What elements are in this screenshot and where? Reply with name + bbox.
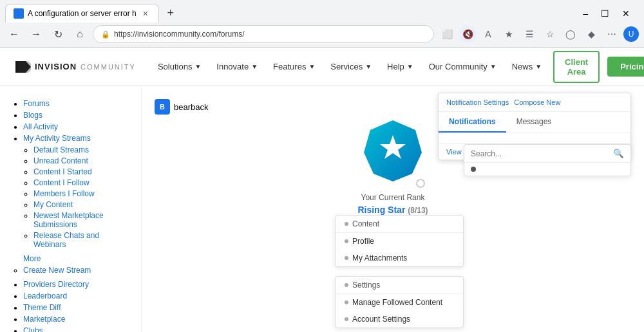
more-options-icon[interactable]: ⋯: [603, 25, 621, 43]
chevron-down-icon: ▼: [194, 63, 201, 70]
notification-settings-link[interactable]: Notification Settings: [446, 98, 509, 106]
panel-notification-content: [439, 133, 630, 143]
sidebar-subitem-default-streams[interactable]: Default Streams: [33, 145, 128, 154]
nav-services[interactable]: Services ▼: [324, 57, 378, 77]
chevron-down-icon: ▼: [407, 63, 413, 70]
settings-manage-followed[interactable]: Manage Followed Content: [336, 294, 463, 311]
badge-svg: [361, 117, 425, 188]
logo-sub: COMMUNITY: [80, 63, 136, 71]
chevron-down-icon: ▼: [535, 63, 542, 70]
sidebar-more-1[interactable]: More: [23, 254, 41, 263]
home-button[interactable]: ⌂: [71, 25, 89, 43]
sidebar-subitem-my-content[interactable]: My Content: [33, 200, 128, 209]
profile-icon[interactable]: ◯: [562, 25, 580, 43]
extensions-icon[interactable]: ◆: [582, 25, 600, 43]
rank-label: Your Current Rank: [361, 193, 425, 202]
sidebar-item-forums[interactable]: Forums: [23, 99, 128, 108]
sidebar-marketplace[interactable]: Marketplace: [23, 315, 128, 324]
sidebar-create-new-stream[interactable]: Create New Stream: [23, 266, 128, 275]
logo-brand: INVISION: [35, 62, 77, 71]
site-nav: INVISION COMMUNITY Solutions ▼ Innovate …: [0, 48, 644, 86]
tab-close-button[interactable]: ×: [140, 8, 151, 19]
search-filter-bar: [464, 162, 630, 176]
active-tab[interactable]: A configuration or server error h ×: [5, 4, 159, 23]
content-popup: Content Profile My Attachments: [335, 215, 464, 267]
sidebar-subitem-members-i-follow[interactable]: Members I Follow: [33, 189, 128, 198]
sidebar-item-my-activity-streams[interactable]: My Activity Streams Default Streams Unre…: [23, 134, 128, 249]
client-area-button[interactable]: Client Area: [553, 51, 600, 83]
url-bar[interactable]: 🔒 https://invisioncommunity.com/forums/: [93, 25, 434, 43]
chevron-down-icon: ▼: [251, 63, 258, 70]
lock-icon: 🔒: [101, 30, 110, 39]
sidebar-list: Forums Blogs All Activity My Activity St…: [13, 99, 128, 249]
nav-innovate[interactable]: Innovate ▼: [210, 57, 264, 77]
settings-account-settings[interactable]: Account Settings: [336, 311, 463, 327]
sidebar-subitem-content-i-started[interactable]: Content I Started: [33, 167, 128, 176]
badge-container: [361, 117, 425, 188]
sidebar-theme-diff[interactable]: Theme Diff: [23, 303, 128, 312]
bearback-username: bearback: [174, 102, 208, 112]
panel-tabs: Notifications Messages: [439, 112, 630, 133]
content-popup-attachments[interactable]: My Attachments: [336, 250, 463, 266]
tab-favicon: [14, 8, 24, 19]
center-content: B bearback: [142, 86, 644, 332]
tab-bar: A configuration or server error h × + – …: [0, 0, 644, 23]
nav-help[interactable]: Help ▼: [381, 57, 420, 77]
search-button[interactable]: 🔍: [613, 149, 624, 158]
site-logo[interactable]: INVISION COMMUNITY: [15, 61, 136, 73]
bookmark-star-icon[interactable]: ★: [500, 25, 518, 43]
forward-button[interactable]: →: [27, 25, 45, 43]
user-avatar[interactable]: U: [623, 26, 639, 42]
new-tab-button[interactable]: +: [162, 5, 180, 23]
content-popup-profile[interactable]: Profile: [336, 233, 463, 250]
chevron-down-icon: ▼: [308, 63, 315, 70]
nav-news[interactable]: News ▼: [506, 57, 548, 77]
activity-streams-sub-list: Default Streams Unread Content Content I…: [23, 145, 128, 249]
site-content: INVISION COMMUNITY Solutions ▼ Innovate …: [0, 48, 644, 332]
sidebar-subitem-release-chats[interactable]: Release Chats and Webinars: [33, 231, 128, 249]
compose-new-link[interactable]: Compose New: [514, 98, 560, 106]
toolbar-right: ⬜ 🔇 A ★ ☰ ☆ ◯ ◆ ⋯ U: [438, 25, 639, 43]
sidebar-item-all-activity[interactable]: All Activity: [23, 122, 128, 131]
minimize-button[interactable]: –: [579, 7, 592, 20]
font-icon[interactable]: A: [479, 25, 497, 43]
sidebar-clubs[interactable]: Clubs: [23, 326, 128, 332]
nav-our-community[interactable]: Our Community ▼: [422, 57, 503, 77]
restore-button[interactable]: ☐: [597, 7, 613, 20]
tab-messages[interactable]: Messages: [506, 112, 562, 133]
sidebar-subitem-content-i-follow[interactable]: Content I Follow: [33, 178, 128, 187]
sidebar-item-blogs[interactable]: Blogs: [23, 111, 128, 120]
sidebar-subitem-newest-marketplace[interactable]: Newest Marketplace Submissions: [33, 211, 128, 229]
tab-notifications[interactable]: Notifications: [439, 112, 506, 133]
content-dot-icon: [345, 222, 348, 226]
pricing-button[interactable]: Pricing: [607, 57, 644, 77]
rank-name: Rising Star (8/13): [357, 205, 428, 215]
settings-popup-header: Settings: [336, 277, 463, 294]
mic-off-icon[interactable]: 🔇: [459, 25, 477, 43]
svg-marker-1: [18, 61, 31, 73]
rank-detail: (8/13): [408, 206, 428, 215]
sidebar-providers-directory[interactable]: Providers Directory: [23, 280, 128, 289]
bookmarks-icon[interactable]: ☆: [541, 25, 559, 43]
panel-header: Notification Settings Compose New: [439, 93, 630, 112]
settings-dot-icon: [345, 283, 348, 287]
sidebar-leaderboard[interactable]: Leaderboard: [23, 291, 128, 300]
chevron-down-icon: ▼: [490, 63, 497, 70]
settings-popup: Settings Manage Followed Content Account…: [335, 276, 464, 328]
address-bar-row: ← → ↻ ⌂ 🔒 https://invisioncommunity.com/…: [0, 23, 644, 47]
logo-icon: [15, 61, 31, 73]
reload-button[interactable]: ↻: [49, 25, 67, 43]
url-text: https://invisioncommunity.com/forums/: [114, 30, 245, 39]
search-panel: 🔍: [464, 144, 631, 176]
cast-icon[interactable]: ⬜: [438, 25, 456, 43]
back-button[interactable]: ←: [5, 25, 23, 43]
main-layout: Forums Blogs All Activity My Activity St…: [0, 86, 644, 332]
panel-header-links: Notification Settings Compose New: [446, 98, 560, 106]
bearback-avatar: B: [155, 99, 170, 115]
search-input[interactable]: [471, 149, 613, 158]
nav-features[interactable]: Features ▼: [267, 57, 321, 77]
nav-solutions[interactable]: Solutions ▼: [151, 57, 207, 77]
reading-list-icon[interactable]: ☰: [520, 25, 538, 43]
close-button[interactable]: ✕: [618, 7, 634, 20]
sidebar-subitem-unread-content[interactable]: Unread Content: [33, 156, 128, 165]
